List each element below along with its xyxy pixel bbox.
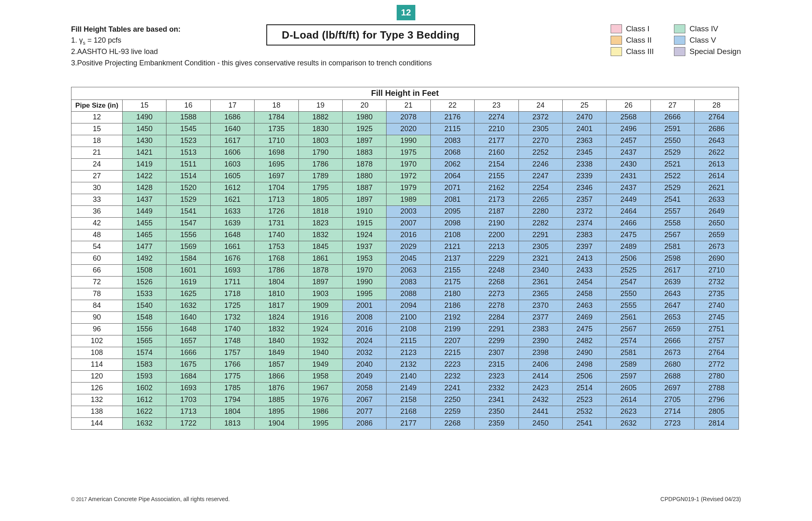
value-cell: 1980 bbox=[342, 111, 386, 123]
value-cell: 2307 bbox=[475, 347, 518, 359]
value-cell: 1823 bbox=[298, 217, 342, 229]
value-cell: 2108 bbox=[387, 323, 430, 335]
value-cell: 2532 bbox=[562, 406, 606, 417]
value-cell: 1878 bbox=[298, 264, 342, 276]
value-cell: 2274 bbox=[475, 111, 518, 123]
col-header: 15 bbox=[123, 99, 166, 111]
value-cell: 1958 bbox=[298, 370, 342, 382]
pipe-size-cell: 90 bbox=[71, 311, 123, 323]
value-cell: 2332 bbox=[475, 382, 518, 394]
value-cell: 2162 bbox=[475, 182, 518, 194]
value-cell: 2697 bbox=[650, 382, 694, 394]
legend-label: Class V bbox=[689, 36, 716, 45]
value-cell: 2457 bbox=[607, 135, 650, 147]
pipe-size-cell: 21 bbox=[71, 147, 123, 158]
value-cell: 2268 bbox=[475, 276, 518, 288]
value-cell: 1857 bbox=[255, 359, 298, 370]
value-cell: 2086 bbox=[342, 417, 386, 429]
value-cell: 2177 bbox=[475, 135, 518, 147]
value-cell: 2305 bbox=[518, 123, 562, 135]
value-cell: 1976 bbox=[298, 394, 342, 406]
value-cell: 2764 bbox=[695, 111, 739, 123]
value-cell: 2270 bbox=[518, 135, 562, 147]
value-cell: 2423 bbox=[518, 382, 562, 394]
value-cell: 2581 bbox=[650, 241, 694, 253]
value-cell: 2740 bbox=[695, 300, 739, 311]
table-row: 1214901588168617841882198020782176227423… bbox=[71, 111, 739, 123]
value-cell: 2291 bbox=[475, 323, 518, 335]
value-cell: 2229 bbox=[475, 253, 518, 264]
pipe-size-cell: 144 bbox=[71, 417, 123, 429]
value-cell: 1725 bbox=[210, 300, 254, 311]
value-cell: 1511 bbox=[166, 158, 210, 170]
pipe-size-cell: 126 bbox=[71, 382, 123, 394]
value-cell: 2757 bbox=[695, 335, 739, 347]
table-row: 2114211513160616981790188319752068216022… bbox=[71, 147, 739, 158]
value-cell: 2632 bbox=[607, 417, 650, 429]
note-3: 3.Positive Projecting Embankment Conditi… bbox=[71, 59, 741, 67]
value-cell: 2772 bbox=[695, 359, 739, 370]
value-cell: 1866 bbox=[255, 370, 298, 382]
value-cell: 2525 bbox=[607, 264, 650, 276]
value-cell: 2673 bbox=[650, 347, 694, 359]
value-cell: 2250 bbox=[430, 394, 474, 406]
value-cell: 1845 bbox=[298, 241, 342, 253]
value-cell: 2098 bbox=[430, 217, 474, 229]
legend-label: Class II bbox=[626, 36, 652, 45]
table-row: 7815331625171818101903199520882180227323… bbox=[71, 288, 739, 300]
value-cell: 2278 bbox=[475, 300, 518, 311]
value-cell: 1748 bbox=[210, 335, 254, 347]
value-cell: 2780 bbox=[695, 370, 739, 382]
value-cell: 2016 bbox=[387, 229, 430, 241]
table-row: 2414191511160316951786187819702062215422… bbox=[71, 158, 739, 170]
value-cell: 2121 bbox=[430, 241, 474, 253]
value-cell: 2514 bbox=[562, 382, 606, 394]
value-cell: 2498 bbox=[562, 359, 606, 370]
value-cell: 2372 bbox=[518, 111, 562, 123]
value-cell: 2567 bbox=[650, 229, 694, 241]
value-cell: 1421 bbox=[123, 147, 166, 158]
value-cell: 2383 bbox=[562, 229, 606, 241]
value-cell: 1533 bbox=[123, 288, 166, 300]
value-cell: 2154 bbox=[475, 158, 518, 170]
col-header: 28 bbox=[695, 99, 739, 111]
table-row: 5414771569166117531845193720292121221323… bbox=[71, 241, 739, 253]
value-cell: 2115 bbox=[430, 123, 474, 135]
value-cell: 2437 bbox=[607, 147, 650, 158]
value-cell: 2305 bbox=[518, 241, 562, 253]
value-cell: 2200 bbox=[475, 229, 518, 241]
value-cell: 1523 bbox=[166, 135, 210, 147]
value-cell: 2241 bbox=[430, 382, 474, 394]
value-cell: 2361 bbox=[518, 276, 562, 288]
value-cell: 1986 bbox=[298, 406, 342, 417]
col-header: 21 bbox=[387, 99, 430, 111]
value-cell: 1593 bbox=[123, 370, 166, 382]
value-cell: 1915 bbox=[342, 217, 386, 229]
value-cell: 2180 bbox=[430, 288, 474, 300]
value-cell: 2383 bbox=[518, 323, 562, 335]
legend-item: Special Design bbox=[674, 47, 741, 56]
value-cell: 1428 bbox=[123, 182, 166, 194]
pipe-size-cell: 36 bbox=[71, 205, 123, 217]
pipe-size-cell: 33 bbox=[71, 194, 123, 205]
value-cell: 1990 bbox=[342, 276, 386, 288]
table-row: 1441632172218131904199520862177226823592… bbox=[71, 417, 739, 429]
value-cell: 2284 bbox=[475, 311, 518, 323]
value-cell: 2068 bbox=[430, 147, 474, 158]
value-cell: 2280 bbox=[518, 205, 562, 217]
note-2: 2.AASHTO HL-93 live load bbox=[71, 47, 264, 57]
value-cell: 1790 bbox=[298, 147, 342, 158]
pipe-size-cell: 24 bbox=[71, 158, 123, 170]
value-cell: 2469 bbox=[562, 311, 606, 323]
value-cell: 2199 bbox=[430, 323, 474, 335]
value-cell: 1916 bbox=[298, 311, 342, 323]
legend-item: Class II bbox=[611, 36, 654, 45]
value-cell: 1766 bbox=[210, 359, 254, 370]
value-cell: 1731 bbox=[255, 217, 298, 229]
value-cell: 1584 bbox=[166, 253, 210, 264]
value-cell: 2282 bbox=[518, 217, 562, 229]
value-cell: 1832 bbox=[255, 323, 298, 335]
table-row: 9015481640173218241916200821002192228423… bbox=[71, 311, 739, 323]
value-cell: 2081 bbox=[430, 194, 474, 205]
col-header: 16 bbox=[166, 99, 210, 111]
